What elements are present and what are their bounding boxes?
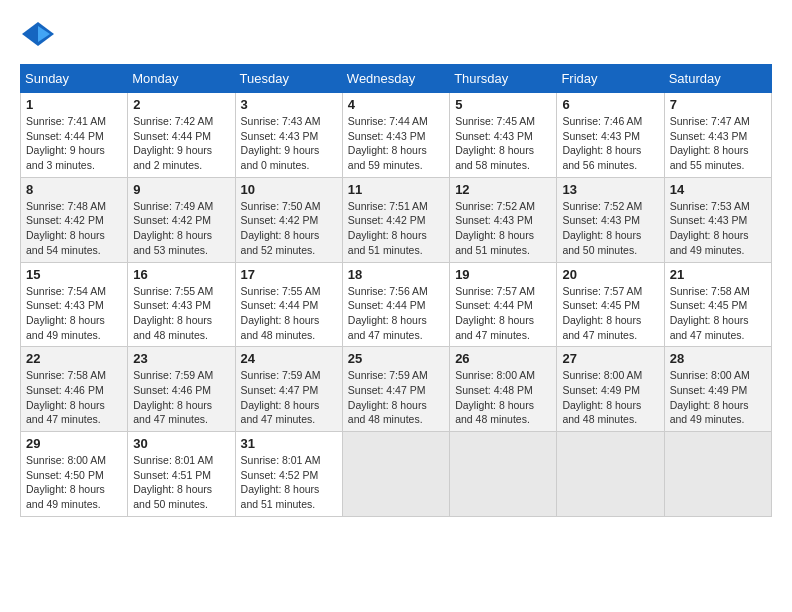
day-number: 31 bbox=[241, 436, 337, 451]
day-number: 11 bbox=[348, 182, 444, 197]
header-friday: Friday bbox=[557, 65, 664, 93]
page-header bbox=[20, 20, 772, 48]
cell-content: Sunrise: 7:52 AMSunset: 4:43 PMDaylight:… bbox=[455, 199, 551, 258]
day-number: 5 bbox=[455, 97, 551, 112]
calendar-cell: 22Sunrise: 7:58 AMSunset: 4:46 PMDayligh… bbox=[21, 347, 128, 432]
cell-content: Sunrise: 7:41 AMSunset: 4:44 PMDaylight:… bbox=[26, 114, 122, 173]
day-number: 9 bbox=[133, 182, 229, 197]
header-saturday: Saturday bbox=[664, 65, 771, 93]
calendar-cell: 1Sunrise: 7:41 AMSunset: 4:44 PMDaylight… bbox=[21, 93, 128, 178]
cell-content: Sunrise: 7:57 AMSunset: 4:45 PMDaylight:… bbox=[562, 284, 658, 343]
calendar-cell: 29Sunrise: 8:00 AMSunset: 4:50 PMDayligh… bbox=[21, 432, 128, 517]
cell-content: Sunrise: 7:47 AMSunset: 4:43 PMDaylight:… bbox=[670, 114, 766, 173]
day-number: 28 bbox=[670, 351, 766, 366]
calendar-cell: 27Sunrise: 8:00 AMSunset: 4:49 PMDayligh… bbox=[557, 347, 664, 432]
logo-icon bbox=[20, 20, 56, 48]
day-number: 29 bbox=[26, 436, 122, 451]
calendar-cell: 23Sunrise: 7:59 AMSunset: 4:46 PMDayligh… bbox=[128, 347, 235, 432]
cell-content: Sunrise: 7:51 AMSunset: 4:42 PMDaylight:… bbox=[348, 199, 444, 258]
day-number: 10 bbox=[241, 182, 337, 197]
calendar-cell bbox=[557, 432, 664, 517]
day-number: 14 bbox=[670, 182, 766, 197]
day-number: 13 bbox=[562, 182, 658, 197]
header-tuesday: Tuesday bbox=[235, 65, 342, 93]
calendar-cell: 4Sunrise: 7:44 AMSunset: 4:43 PMDaylight… bbox=[342, 93, 449, 178]
calendar-cell: 17Sunrise: 7:55 AMSunset: 4:44 PMDayligh… bbox=[235, 262, 342, 347]
cell-content: Sunrise: 7:59 AMSunset: 4:47 PMDaylight:… bbox=[348, 368, 444, 427]
cell-content: Sunrise: 8:00 AMSunset: 4:49 PMDaylight:… bbox=[562, 368, 658, 427]
calendar-cell: 26Sunrise: 8:00 AMSunset: 4:48 PMDayligh… bbox=[450, 347, 557, 432]
day-number: 6 bbox=[562, 97, 658, 112]
cell-content: Sunrise: 7:55 AMSunset: 4:44 PMDaylight:… bbox=[241, 284, 337, 343]
day-number: 12 bbox=[455, 182, 551, 197]
cell-content: Sunrise: 8:00 AMSunset: 4:49 PMDaylight:… bbox=[670, 368, 766, 427]
calendar-cell bbox=[664, 432, 771, 517]
calendar-cell: 6Sunrise: 7:46 AMSunset: 4:43 PMDaylight… bbox=[557, 93, 664, 178]
cell-content: Sunrise: 7:58 AMSunset: 4:46 PMDaylight:… bbox=[26, 368, 122, 427]
day-number: 2 bbox=[133, 97, 229, 112]
calendar-cell: 21Sunrise: 7:58 AMSunset: 4:45 PMDayligh… bbox=[664, 262, 771, 347]
cell-content: Sunrise: 7:56 AMSunset: 4:44 PMDaylight:… bbox=[348, 284, 444, 343]
day-number: 3 bbox=[241, 97, 337, 112]
calendar-cell: 30Sunrise: 8:01 AMSunset: 4:51 PMDayligh… bbox=[128, 432, 235, 517]
calendar-body: 1Sunrise: 7:41 AMSunset: 4:44 PMDaylight… bbox=[21, 93, 772, 517]
week-row-4: 22Sunrise: 7:58 AMSunset: 4:46 PMDayligh… bbox=[21, 347, 772, 432]
cell-content: Sunrise: 8:00 AMSunset: 4:50 PMDaylight:… bbox=[26, 453, 122, 512]
day-number: 25 bbox=[348, 351, 444, 366]
calendar-cell: 9Sunrise: 7:49 AMSunset: 4:42 PMDaylight… bbox=[128, 177, 235, 262]
day-number: 8 bbox=[26, 182, 122, 197]
calendar-cell: 18Sunrise: 7:56 AMSunset: 4:44 PMDayligh… bbox=[342, 262, 449, 347]
cell-content: Sunrise: 7:58 AMSunset: 4:45 PMDaylight:… bbox=[670, 284, 766, 343]
day-number: 19 bbox=[455, 267, 551, 282]
header-wednesday: Wednesday bbox=[342, 65, 449, 93]
day-number: 30 bbox=[133, 436, 229, 451]
cell-content: Sunrise: 7:45 AMSunset: 4:43 PMDaylight:… bbox=[455, 114, 551, 173]
cell-content: Sunrise: 7:54 AMSunset: 4:43 PMDaylight:… bbox=[26, 284, 122, 343]
day-number: 26 bbox=[455, 351, 551, 366]
calendar-cell: 15Sunrise: 7:54 AMSunset: 4:43 PMDayligh… bbox=[21, 262, 128, 347]
cell-content: Sunrise: 7:50 AMSunset: 4:42 PMDaylight:… bbox=[241, 199, 337, 258]
day-number: 20 bbox=[562, 267, 658, 282]
calendar-cell: 24Sunrise: 7:59 AMSunset: 4:47 PMDayligh… bbox=[235, 347, 342, 432]
cell-content: Sunrise: 7:52 AMSunset: 4:43 PMDaylight:… bbox=[562, 199, 658, 258]
cell-content: Sunrise: 7:59 AMSunset: 4:46 PMDaylight:… bbox=[133, 368, 229, 427]
cell-content: Sunrise: 7:53 AMSunset: 4:43 PMDaylight:… bbox=[670, 199, 766, 258]
cell-content: Sunrise: 7:48 AMSunset: 4:42 PMDaylight:… bbox=[26, 199, 122, 258]
cell-content: Sunrise: 8:01 AMSunset: 4:51 PMDaylight:… bbox=[133, 453, 229, 512]
header-sunday: Sunday bbox=[21, 65, 128, 93]
calendar-cell: 19Sunrise: 7:57 AMSunset: 4:44 PMDayligh… bbox=[450, 262, 557, 347]
day-number: 23 bbox=[133, 351, 229, 366]
cell-content: Sunrise: 7:57 AMSunset: 4:44 PMDaylight:… bbox=[455, 284, 551, 343]
header-row: SundayMondayTuesdayWednesdayThursdayFrid… bbox=[21, 65, 772, 93]
calendar-cell: 16Sunrise: 7:55 AMSunset: 4:43 PMDayligh… bbox=[128, 262, 235, 347]
day-number: 24 bbox=[241, 351, 337, 366]
day-number: 27 bbox=[562, 351, 658, 366]
week-row-3: 15Sunrise: 7:54 AMSunset: 4:43 PMDayligh… bbox=[21, 262, 772, 347]
calendar-cell: 8Sunrise: 7:48 AMSunset: 4:42 PMDaylight… bbox=[21, 177, 128, 262]
header-thursday: Thursday bbox=[450, 65, 557, 93]
calendar-cell: 3Sunrise: 7:43 AMSunset: 4:43 PMDaylight… bbox=[235, 93, 342, 178]
calendar-cell: 20Sunrise: 7:57 AMSunset: 4:45 PMDayligh… bbox=[557, 262, 664, 347]
cell-content: Sunrise: 8:01 AMSunset: 4:52 PMDaylight:… bbox=[241, 453, 337, 512]
calendar-cell bbox=[342, 432, 449, 517]
day-number: 15 bbox=[26, 267, 122, 282]
week-row-1: 1Sunrise: 7:41 AMSunset: 4:44 PMDaylight… bbox=[21, 93, 772, 178]
calendar-header: SundayMondayTuesdayWednesdayThursdayFrid… bbox=[21, 65, 772, 93]
week-row-5: 29Sunrise: 8:00 AMSunset: 4:50 PMDayligh… bbox=[21, 432, 772, 517]
cell-content: Sunrise: 7:44 AMSunset: 4:43 PMDaylight:… bbox=[348, 114, 444, 173]
header-monday: Monday bbox=[128, 65, 235, 93]
cell-content: Sunrise: 7:43 AMSunset: 4:43 PMDaylight:… bbox=[241, 114, 337, 173]
cell-content: Sunrise: 7:55 AMSunset: 4:43 PMDaylight:… bbox=[133, 284, 229, 343]
calendar-cell: 14Sunrise: 7:53 AMSunset: 4:43 PMDayligh… bbox=[664, 177, 771, 262]
day-number: 21 bbox=[670, 267, 766, 282]
cell-content: Sunrise: 7:46 AMSunset: 4:43 PMDaylight:… bbox=[562, 114, 658, 173]
calendar-cell: 31Sunrise: 8:01 AMSunset: 4:52 PMDayligh… bbox=[235, 432, 342, 517]
calendar-cell: 10Sunrise: 7:50 AMSunset: 4:42 PMDayligh… bbox=[235, 177, 342, 262]
day-number: 4 bbox=[348, 97, 444, 112]
calendar-cell: 11Sunrise: 7:51 AMSunset: 4:42 PMDayligh… bbox=[342, 177, 449, 262]
day-number: 7 bbox=[670, 97, 766, 112]
day-number: 1 bbox=[26, 97, 122, 112]
cell-content: Sunrise: 7:42 AMSunset: 4:44 PMDaylight:… bbox=[133, 114, 229, 173]
calendar-cell bbox=[450, 432, 557, 517]
cell-content: Sunrise: 7:59 AMSunset: 4:47 PMDaylight:… bbox=[241, 368, 337, 427]
